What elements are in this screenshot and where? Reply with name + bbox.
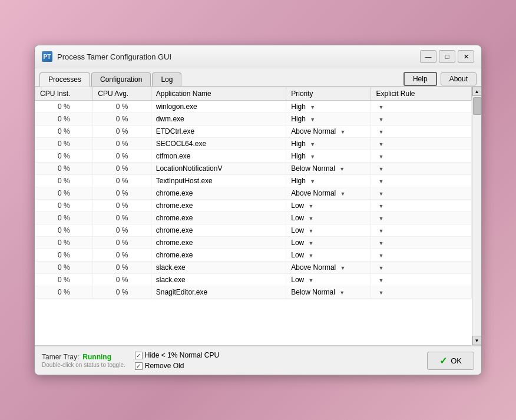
table-row[interactable]: 0 % 0 % chrome.exe Low ▼ ▼ <box>35 224 472 237</box>
priority-dropdown-icon[interactable]: ▼ <box>309 203 314 209</box>
priority-dropdown-icon[interactable]: ▼ <box>310 141 315 147</box>
table-row[interactable]: 0 % 0 % ctfmon.exe High ▼ ▼ <box>35 150 472 163</box>
priority-cell[interactable]: Low ▼ <box>286 200 371 212</box>
explicit-cell[interactable]: ▼ <box>371 163 472 175</box>
priority-cell[interactable]: Below Normal ▼ <box>286 163 371 175</box>
table-row[interactable]: 0 % 0 % slack.exe Low ▼ ▼ <box>35 274 472 286</box>
table-row[interactable]: 0 % 0 % winlogon.exe High ▼ ▼ <box>35 101 472 113</box>
explicit-dropdown-icon[interactable]: ▼ <box>378 253 383 259</box>
scrollbar[interactable]: ▲ ▼ <box>472 87 481 345</box>
close-button[interactable]: ✕ <box>458 50 474 63</box>
priority-value: High <box>291 140 306 148</box>
scroll-down-button[interactable]: ▼ <box>472 336 482 345</box>
explicit-dropdown-icon[interactable]: ▼ <box>378 240 383 246</box>
table-row[interactable]: 0 % 0 % SECOCL64.exe High ▼ ▼ <box>35 138 472 150</box>
explicit-dropdown-icon[interactable]: ▼ <box>378 154 383 160</box>
explicit-cell[interactable]: ▼ <box>371 113 472 125</box>
explicit-cell[interactable]: ▼ <box>371 224 472 237</box>
table-row[interactable]: 0 % 0 % ETDCtrl.exe Above Normal ▼ ▼ <box>35 125 472 138</box>
explicit-dropdown-icon[interactable]: ▼ <box>378 191 383 197</box>
priority-dropdown-icon[interactable]: ▼ <box>340 191 346 197</box>
hide-cpu-checkbox[interactable]: ✓ <box>135 352 143 359</box>
minimize-button[interactable]: — <box>420 50 436 63</box>
col-app-name: Application Name <box>151 87 286 101</box>
explicit-dropdown-icon[interactable]: ▼ <box>378 203 383 209</box>
priority-cell[interactable]: Above Normal ▼ <box>286 125 371 138</box>
tab-log[interactable]: Log <box>152 72 181 86</box>
priority-cell[interactable]: Above Normal ▼ <box>286 187 371 200</box>
priority-cell[interactable]: High ▼ <box>286 113 371 125</box>
table-row[interactable]: 0 % 0 % dwm.exe High ▼ ▼ <box>35 113 472 125</box>
explicit-cell[interactable]: ▼ <box>371 187 472 200</box>
priority-dropdown-icon[interactable]: ▼ <box>309 253 314 259</box>
priority-dropdown-icon[interactable]: ▼ <box>339 290 345 296</box>
table-row[interactable]: 0 % 0 % chrome.exe Low ▼ ▼ <box>35 212 472 224</box>
table-row[interactable]: 0 % 0 % LocationNotificationV Below Norm… <box>35 163 472 175</box>
table-row[interactable]: 0 % 0 % chrome.exe Low ▼ ▼ <box>35 237 472 249</box>
table-scroll-area[interactable]: CPU Inst. CPU Avg. Application Name Prio… <box>35 87 472 345</box>
about-button[interactable]: About <box>441 72 477 85</box>
explicit-cell[interactable]: ▼ <box>371 125 472 138</box>
explicit-dropdown-icon[interactable]: ▼ <box>378 178 383 184</box>
priority-cell[interactable]: Low ▼ <box>286 274 371 286</box>
maximize-button[interactable]: □ <box>439 50 455 63</box>
priority-dropdown-icon[interactable]: ▼ <box>309 216 314 221</box>
priority-dropdown-icon[interactable]: ▼ <box>310 104 315 110</box>
priority-cell[interactable]: Low ▼ <box>286 249 371 262</box>
priority-cell[interactable]: High ▼ <box>286 138 371 150</box>
table-row[interactable]: 0 % 0 % SnagitEditor.exe Below Normal ▼ … <box>35 286 472 299</box>
priority-cell[interactable]: Low ▼ <box>286 237 371 249</box>
table-row[interactable]: 0 % 0 % slack.exe Above Normal ▼ ▼ <box>35 262 472 274</box>
scroll-up-button[interactable]: ▲ <box>472 87 482 96</box>
priority-cell[interactable]: High ▼ <box>286 150 371 163</box>
explicit-cell[interactable]: ▼ <box>371 237 472 249</box>
explicit-cell[interactable]: ▼ <box>371 286 472 299</box>
priority-cell[interactable]: High ▼ <box>286 175 371 187</box>
explicit-cell[interactable]: ▼ <box>371 262 472 274</box>
priority-cell[interactable]: Low ▼ <box>286 212 371 224</box>
explicit-dropdown-icon[interactable]: ▼ <box>378 216 383 221</box>
priority-dropdown-icon[interactable]: ▼ <box>310 178 315 184</box>
explicit-dropdown-icon[interactable]: ▼ <box>378 129 383 135</box>
priority-dropdown-icon[interactable]: ▼ <box>309 240 314 246</box>
priority-cell[interactable]: Above Normal ▼ <box>286 262 371 274</box>
priority-dropdown-icon[interactable]: ▼ <box>340 129 346 135</box>
tab-processes[interactable]: Processes <box>39 72 90 87</box>
scroll-thumb[interactable] <box>473 97 481 115</box>
priority-dropdown-icon[interactable]: ▼ <box>309 277 314 283</box>
priority-dropdown-icon[interactable]: ▼ <box>340 265 346 271</box>
explicit-dropdown-icon[interactable]: ▼ <box>378 290 383 296</box>
explicit-dropdown-icon[interactable]: ▼ <box>378 117 383 123</box>
explicit-cell[interactable]: ▼ <box>371 175 472 187</box>
explicit-cell[interactable]: ▼ <box>371 101 472 113</box>
explicit-dropdown-icon[interactable]: ▼ <box>378 228 383 234</box>
explicit-dropdown-icon[interactable]: ▼ <box>378 265 383 271</box>
explicit-cell[interactable]: ▼ <box>371 212 472 224</box>
table-row[interactable]: 0 % 0 % chrome.exe Above Normal ▼ ▼ <box>35 187 472 200</box>
explicit-dropdown-icon[interactable]: ▼ <box>378 141 383 147</box>
explicit-dropdown-icon[interactable]: ▼ <box>378 104 383 110</box>
explicit-cell[interactable]: ▼ <box>371 150 472 163</box>
help-button[interactable]: Help <box>403 72 437 86</box>
priority-cell[interactable]: Low ▼ <box>286 224 371 237</box>
priority-dropdown-icon[interactable]: ▼ <box>339 166 345 172</box>
col-cpu-avg: CPU Avg. <box>93 87 151 101</box>
explicit-dropdown-icon[interactable]: ▼ <box>378 277 383 283</box>
explicit-dropdown-icon[interactable]: ▼ <box>378 166 383 172</box>
table-row[interactable]: 0 % 0 % chrome.exe Low ▼ ▼ <box>35 249 472 262</box>
priority-cell[interactable]: Below Normal ▼ <box>286 286 371 299</box>
explicit-cell[interactable]: ▼ <box>371 274 472 286</box>
priority-dropdown-icon[interactable]: ▼ <box>309 228 314 234</box>
table-row[interactable]: 0 % 0 % chrome.exe Low ▼ ▼ <box>35 200 472 212</box>
table-row[interactable]: 0 % 0 % TextInputHost.exe High ▼ ▼ <box>35 175 472 187</box>
explicit-cell[interactable]: ▼ <box>371 249 472 262</box>
remove-old-checkbox[interactable]: ✓ <box>135 362 143 370</box>
priority-cell[interactable]: High ▼ <box>286 101 371 113</box>
tamer-status-value[interactable]: Running <box>82 353 111 361</box>
explicit-cell[interactable]: ▼ <box>371 200 472 212</box>
tab-configuration[interactable]: Configuration <box>91 72 151 86</box>
explicit-cell[interactable]: ▼ <box>371 138 472 150</box>
priority-dropdown-icon[interactable]: ▼ <box>310 154 315 160</box>
priority-dropdown-icon[interactable]: ▼ <box>310 117 315 123</box>
ok-button[interactable]: ✓ OK <box>427 352 474 370</box>
